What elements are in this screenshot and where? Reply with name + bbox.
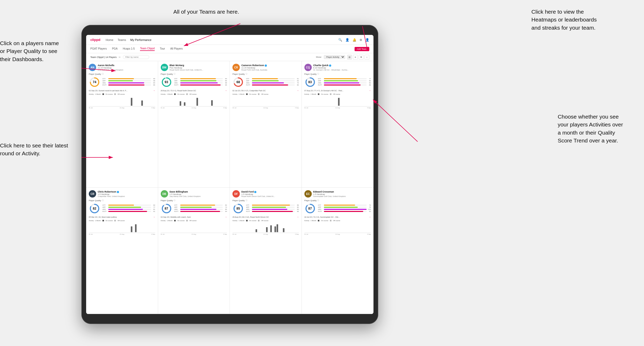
circle-container[interactable]: 87 <box>161 203 172 214</box>
stat-label: ARG <box>102 82 107 84</box>
player-grid: AN Aaron Nicholls 11-15 Handicap Drift G… <box>86 61 373 314</box>
on-course-label: On course <box>249 93 257 95</box>
player-name[interactable]: Aaron Nicholls <box>98 64 155 67</box>
quality-label[interactable]: Player Quality ⓘ <box>161 199 227 202</box>
circle-value: 93 <box>165 80 168 84</box>
subnav-team-clippd[interactable]: Team Clippd <box>140 47 155 51</box>
player-name[interactable]: Cameron Robertson✓ <box>241 64 299 67</box>
recent-round-arrow[interactable]: → <box>153 216 155 218</box>
player-card[interactable]: CR Chris Robertson✓ 1-5 Handicap Craigmi… <box>86 188 158 314</box>
annotation-heatmaps: Click here to view theHeatmaps or leader… <box>531 8 597 32</box>
player-card[interactable]: DB Dave Billingham 1-5 Handicap Sag Main… <box>158 188 230 314</box>
bar-fill <box>324 207 358 208</box>
chart-date-3: 4 Sep <box>223 233 227 235</box>
quality-label[interactable]: Player Quality ⓘ <box>304 73 371 75</box>
subnav-pga[interactable]: PGA <box>112 47 117 51</box>
chart-dates: 31 Jul 21 Aug 4 Sep <box>232 107 299 109</box>
player-name[interactable]: Blair McHarg <box>170 64 227 67</box>
stat-label: APP <box>246 206 251 208</box>
recent-round-arrow[interactable]: → <box>153 89 155 92</box>
search-icon[interactable]: 🔍 <box>338 38 342 42</box>
quality-label[interactable]: Player Quality ⓘ <box>89 199 155 202</box>
stat-value: 86 <box>368 84 371 86</box>
player-card[interactable]: EC Edward Crossman 1-5 Handicap Sunningd… <box>302 188 374 314</box>
list-view-icon[interactable]: ≡ <box>353 55 358 60</box>
activity-month-label: Activity · 1 Month <box>304 220 316 221</box>
nav-teams[interactable]: Teams <box>118 38 126 41</box>
player-name[interactable]: David Ford✓ <box>241 190 299 193</box>
sort-icon[interactable]: ↕ <box>365 55 369 60</box>
user-avatar[interactable]: 👤 <box>365 38 369 42</box>
off-course-legend <box>186 220 188 221</box>
player-handicap: 1-5 Handicap <box>241 193 299 195</box>
bar-track <box>252 78 295 79</box>
subnav-all-players[interactable]: All Players <box>170 47 183 51</box>
player-card[interactable]: CQ Charlie Quick✓ 6-10 Handicap St. Geor… <box>302 61 374 188</box>
player-name[interactable]: Dave Billingham <box>170 190 227 193</box>
show-select[interactable]: Player Activity <box>324 55 345 59</box>
activity-month-label: Activity · 1 Month <box>304 93 316 95</box>
player-card[interactable]: BM Blair McHarg Plus Handicap Royal Nort… <box>158 61 230 188</box>
quality-content: 83 OTT 77 APP 80 ARG <box>304 76 371 88</box>
stat-value: 80 <box>368 80 371 82</box>
circle-container[interactable]: 93 <box>161 76 172 88</box>
quality-content: 93 OTT 84 APP 85 ARG <box>161 76 227 88</box>
stats-bars: OTT 82 APP 74 ARG 85 PU <box>174 204 227 213</box>
stat-row: OTT 61 <box>246 78 299 79</box>
stat-value: 75 <box>296 82 299 84</box>
off-course-label: Off course <box>117 93 125 95</box>
chart-date-1: 31 Jul <box>232 107 236 109</box>
nav-home[interactable]: Home <box>106 38 113 41</box>
filter-icon[interactable]: ▼ <box>359 55 363 60</box>
subnav-hcaps[interactable]: Hcaps 1-5 <box>123 47 135 51</box>
grid-view-icon[interactable]: ⊞ <box>347 55 352 60</box>
recent-round-arrow[interactable]: → <box>297 216 299 218</box>
stat-value: 79 <box>368 206 371 208</box>
quality-info-icon: ⓘ <box>246 73 247 75</box>
settings-icon[interactable]: ⊕ <box>360 38 362 42</box>
recent-round-arrow[interactable]: → <box>369 89 371 92</box>
recent-round-arrow[interactable]: → <box>297 89 299 92</box>
subnav-pgat[interactable]: PGAT Players <box>90 47 107 51</box>
player-handicap: 1-5 Handicap <box>98 193 155 195</box>
quality-label[interactable]: Player Quality ⓘ <box>161 73 227 75</box>
filter-input[interactable] <box>123 55 149 59</box>
player-card[interactable]: CR Cameron Robertson✓ 11-15 Handicap Roy… <box>230 61 302 188</box>
activity-month-label: Activity · 1 Month <box>89 220 101 221</box>
circle-container[interactable]: 82 <box>89 203 100 214</box>
recent-round-arrow[interactable]: → <box>225 89 227 92</box>
notification-icon[interactable]: 🔔 <box>352 38 356 42</box>
circle-container[interactable]: 68 <box>232 76 244 88</box>
recent-round-arrow[interactable]: → <box>369 216 371 218</box>
circle-container[interactable]: 87 <box>304 203 316 214</box>
circle-value: 74 <box>93 80 96 84</box>
recent-round: 26 Aug 23 | 73 (+1), Royal North Devon G… <box>161 89 227 92</box>
bar-track <box>180 84 223 86</box>
player-header: DB Dave Billingham 1-5 Handicap Sag Main… <box>161 190 227 198</box>
quality-label[interactable]: Player Quality ⓘ <box>232 199 299 202</box>
quality-label[interactable]: Player Quality ⓘ <box>89 73 155 75</box>
player-name[interactable]: Edward Crossman <box>313 190 371 193</box>
quality-label[interactable]: Player Quality ⓘ <box>304 199 371 202</box>
off-course-label: Off course <box>117 220 125 221</box>
profile-icon[interactable]: 👤 <box>345 38 349 42</box>
recent-round: 02 Sep 23 | Sunset round to get back int… <box>89 89 155 92</box>
quality-label[interactable]: Player Quality ⓘ <box>232 73 299 75</box>
edit-icon[interactable]: ✏ <box>119 56 121 58</box>
add-team-button[interactable]: Add Team <box>355 47 369 51</box>
subnav-tour[interactable]: Tour <box>160 47 165 51</box>
stat-value: 83 <box>296 209 299 210</box>
player-card[interactable]: AN Aaron Nicholls 11-15 Handicap Drift G… <box>86 61 158 188</box>
recent-round-arrow[interactable]: → <box>225 216 227 218</box>
circle-container[interactable]: 83 <box>304 76 316 88</box>
player-card[interactable]: DF David Ford✓ 1-5 Handicap Royal North … <box>230 188 302 314</box>
circle-container[interactable]: 85 <box>232 203 244 214</box>
nav-performance[interactable]: My Performance <box>130 38 152 41</box>
player-name[interactable]: Charlie Quick✓ <box>313 64 371 67</box>
stat-label: PUTT <box>174 211 179 212</box>
on-course-label: On course <box>106 93 113 95</box>
stat-label: OTT <box>174 78 179 79</box>
circle-container[interactable]: 74 <box>89 76 100 88</box>
chart-dates: 31 Jul 21 Aug 4 Sep <box>161 233 227 235</box>
player-name[interactable]: Chris Robertson✓ <box>98 190 155 193</box>
